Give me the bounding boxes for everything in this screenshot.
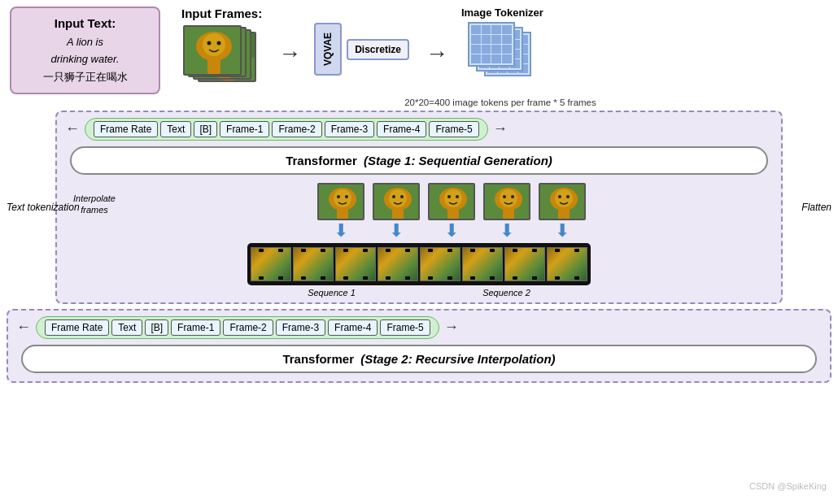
stage2-frame1-token: Frame-1 <box>171 319 220 336</box>
stage2-frame3-token: Frame-3 <box>276 319 325 336</box>
svg-point-29 <box>345 195 348 198</box>
sequence-labels: Sequence 1 Sequence 2 <box>244 288 594 298</box>
stage2-frame-rate-token: Frame Rate <box>45 319 109 336</box>
svg-point-40 <box>447 195 451 198</box>
svg-rect-30 <box>337 209 348 220</box>
svg-point-28 <box>337 195 340 198</box>
input-text-content: A lion isdrinking water. <box>26 34 144 68</box>
vqvae-label: VQVAE <box>314 23 342 76</box>
svg-point-34 <box>392 195 395 198</box>
token-grid-1 <box>468 22 515 67</box>
gen-frame-1: ⬇ <box>317 183 364 240</box>
stage1-left-arrow: ← <box>65 120 80 137</box>
input-frame-1 <box>183 25 242 76</box>
sequence-2-label: Sequence 2 <box>482 288 530 298</box>
watermark: CSDN @SpikeKing <box>749 481 827 491</box>
stage1-transformer-box: Transformer (Stage 1: Sequential Generat… <box>70 146 768 175</box>
svg-point-52 <box>558 195 561 198</box>
vqvae-to-tokenizer-arrow: → <box>426 41 448 67</box>
tokens-info: 20*20=400 image tokens per frame * 5 fra… <box>163 98 838 107</box>
stage2-right-arrow: → <box>444 319 459 336</box>
svg-rect-24 <box>207 58 220 74</box>
gen-frame-3: ⬇ <box>428 183 475 240</box>
stage2-frame4-token: Frame-4 <box>328 319 378 336</box>
svg-point-21 <box>203 33 225 56</box>
discretize-label: Discretize <box>347 39 409 60</box>
stage2-frame2-token: Frame-2 <box>223 319 273 336</box>
stage1-frame1-token: Frame-1 <box>220 121 269 137</box>
gen-frame-4: ⬇ <box>483 183 530 240</box>
svg-rect-48 <box>503 209 514 220</box>
stage2-frame5-token: Frame-5 <box>380 319 430 336</box>
input-text-chinese: 一只狮子正在喝水 <box>26 70 144 85</box>
stage1-frame-rate-token: Frame Rate <box>94 121 158 137</box>
stage1-frame4-token: Frame-4 <box>377 121 426 137</box>
stage2-b-token: [B] <box>145 319 168 336</box>
svg-rect-54 <box>558 209 570 220</box>
svg-point-22 <box>207 41 212 46</box>
svg-point-47 <box>511 195 514 198</box>
stage1-frame3-token: Frame-3 <box>325 121 374 137</box>
gen-frame-2: ⬇ <box>373 183 420 240</box>
frames-to-vqvae-arrow: → <box>278 41 301 67</box>
svg-rect-42 <box>447 209 459 220</box>
stage1-text-token: Text <box>160 121 191 137</box>
image-tokenizer-label: Image Tokenizer <box>461 7 543 19</box>
svg-rect-36 <box>392 209 404 220</box>
svg-point-35 <box>400 195 404 198</box>
stage2-left-arrow: ← <box>16 319 31 336</box>
input-text-label: Input Text: <box>26 16 144 30</box>
film-strip <box>247 243 591 285</box>
interpolate-label: Interpolateframes <box>73 193 116 216</box>
stage1-frame5-token: Frame-5 <box>429 121 478 137</box>
flatten-label: Flatten <box>801 202 831 213</box>
svg-point-23 <box>217 41 221 46</box>
gen-frame-5: ⬇ <box>539 183 586 240</box>
svg-point-41 <box>456 195 459 198</box>
stage2-transformer-box: Transformer (Stage 2: Recursive Interpol… <box>21 345 817 373</box>
svg-point-53 <box>566 195 570 198</box>
svg-point-46 <box>503 195 506 198</box>
stage2-text-token: Text <box>111 319 142 336</box>
stage1-frame2-token: Frame-2 <box>272 121 321 137</box>
stage1-token-row: Frame Rate Text [B] Frame-1 Frame-2 Fram… <box>85 118 488 141</box>
stage2-token-row: Frame Rate Text [B] Frame-1 Frame-2 Fram… <box>36 316 439 339</box>
sequence-1-label: Sequence 1 <box>308 288 356 298</box>
stage1-b-token: [B] <box>194 121 217 137</box>
input-frames-label: Input Frames: <box>181 7 262 20</box>
stage1-right-arrow: → <box>493 120 508 137</box>
